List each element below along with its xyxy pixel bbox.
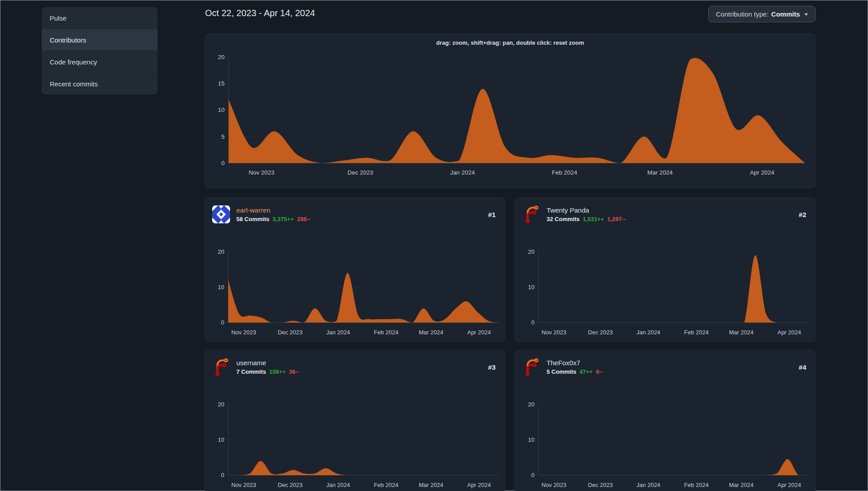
svg-text:Apr 2024: Apr 2024: [750, 169, 774, 176]
svg-text:Jan 2024: Jan 2024: [450, 169, 475, 176]
contributor-activity-chart[interactable]: 01020Nov 2023Dec 2023Jan 2024Feb 2024Mar…: [205, 384, 505, 491]
svg-text:0: 0: [221, 472, 224, 478]
contributor-card-header: username 7 Commits 108++ 36-- #3: [205, 350, 505, 384]
chevron-down-icon: [804, 13, 808, 16]
svg-text:Nov 2023: Nov 2023: [231, 329, 256, 336]
commit-count: 5 Commits: [547, 368, 576, 375]
commit-count: 7 Commits: [236, 368, 266, 375]
svg-text:20: 20: [528, 248, 534, 255]
svg-text:0: 0: [221, 160, 224, 167]
svg-text:Apr 2024: Apr 2024: [467, 329, 491, 336]
contributor-stats: 32 Commits 1,531++ 1,297--: [547, 216, 626, 222]
svg-text:10: 10: [218, 107, 225, 113]
svg-text:0: 0: [531, 319, 534, 326]
svg-text:20: 20: [218, 401, 224, 408]
svg-text:Nov 2023: Nov 2023: [542, 482, 566, 488]
deletions-count: 36--: [289, 368, 299, 375]
svg-text:10: 10: [528, 284, 534, 290]
svg-text:Mar 2024: Mar 2024: [419, 329, 444, 336]
contributor-card: TheFox0x7 5 Commits 47++ 6-- #4 01020Nov…: [515, 350, 816, 491]
svg-text:10: 10: [218, 284, 224, 290]
sidebar-item-recent-commits[interactable]: Recent commits: [42, 73, 158, 94]
contribution-type-value: Commits: [771, 10, 800, 18]
date-range-title: Oct 22, 2023 - Apr 14, 2024: [205, 8, 315, 18]
svg-text:Dec 2023: Dec 2023: [588, 329, 612, 336]
contributor-card-header: TheFox0x7 5 Commits 47++ 6-- #4: [515, 350, 815, 384]
svg-text:20: 20: [218, 54, 225, 60]
contributor-name[interactable]: Twenty Panda: [547, 206, 626, 214]
contributor-info: Twenty Panda 32 Commits 1,531++ 1,297--: [547, 206, 626, 222]
contributor-activity-chart[interactable]: 01020Nov 2023Dec 2023Jan 2024Feb 2024Mar…: [205, 231, 505, 342]
additions-count: 3,375++: [273, 216, 294, 222]
contributor-card: Twenty Panda 32 Commits 1,531++ 1,297-- …: [515, 197, 816, 342]
sidebar-item-contributors[interactable]: Contributors: [42, 29, 158, 51]
svg-text:Feb 2024: Feb 2024: [684, 329, 709, 336]
svg-text:10: 10: [528, 436, 534, 443]
contribution-type-dropdown[interactable]: Contribution type: Commits: [708, 6, 816, 22]
svg-text:Apr 2024: Apr 2024: [467, 482, 491, 488]
commit-count: 32 Commits: [547, 216, 580, 222]
forgejo-logo-avatar[interactable]: [522, 205, 540, 223]
svg-text:Dec 2023: Dec 2023: [278, 329, 302, 336]
contributor-stats: 5 Commits 47++ 6--: [547, 368, 603, 375]
total-activity-card: 05101520Nov 2023Dec 2023Jan 2024Feb 2024…: [205, 34, 816, 188]
deletions-count: 286--: [297, 216, 310, 222]
svg-text:Mar 2024: Mar 2024: [647, 169, 673, 176]
svg-text:Jan 2024: Jan 2024: [637, 329, 660, 336]
contributor-card-header: Twenty Panda 32 Commits 1,531++ 1,297-- …: [515, 198, 815, 231]
contributor-stats: 58 Commits 3,375++ 286--: [236, 216, 311, 222]
contributor-name-link[interactable]: earl-warren: [236, 206, 311, 214]
contributor-activity-chart[interactable]: 01020Nov 2023Dec 2023Jan 2024Feb 2024Mar…: [515, 231, 815, 342]
svg-text:Nov 2023: Nov 2023: [542, 329, 566, 336]
svg-text:Mar 2024: Mar 2024: [419, 482, 444, 488]
svg-text:Jan 2024: Jan 2024: [326, 329, 350, 336]
svg-text:Dec 2023: Dec 2023: [347, 169, 373, 176]
additions-count: 47++: [579, 368, 593, 375]
svg-text:Nov 2023: Nov 2023: [249, 169, 274, 176]
repo-activity-sidebar: Pulse Contributors Code frequency Recent…: [42, 7, 158, 94]
contributor-info: username 7 Commits 108++ 36--: [236, 359, 299, 375]
svg-text:Feb 2024: Feb 2024: [684, 482, 709, 488]
svg-text:Mar 2024: Mar 2024: [729, 329, 754, 336]
contributor-rank-badge: #4: [799, 363, 806, 371]
svg-text:0: 0: [531, 472, 534, 478]
contributor-card-header: earl-warren 58 Commits 3,375++ 286-- #1: [205, 198, 505, 231]
svg-text:Dec 2023: Dec 2023: [278, 482, 302, 488]
forgejo-logo-avatar[interactable]: [522, 358, 540, 376]
total-activity-chart[interactable]: 05101520Nov 2023Dec 2023Jan 2024Feb 2024…: [205, 34, 815, 188]
additions-count: 108++: [269, 368, 286, 375]
contributor-name[interactable]: TheFox0x7: [547, 359, 603, 367]
contribution-type-label: Contribution type:: [716, 10, 769, 18]
contributor-info: TheFox0x7 5 Commits 47++ 6--: [547, 359, 603, 375]
contributor-rank-badge: #1: [488, 211, 496, 218]
contributor-stats: 7 Commits 108++ 36--: [236, 368, 299, 375]
sidebar-item-pulse[interactable]: Pulse: [42, 7, 158, 29]
chart-zoom-hint: drag: zoom, shift+drag: pan, double clic…: [205, 39, 815, 46]
svg-text:10: 10: [218, 436, 224, 443]
forgejo-logo-avatar[interactable]: [212, 358, 230, 376]
identicon-avatar[interactable]: [212, 205, 230, 223]
svg-text:0: 0: [221, 319, 224, 326]
contributor-card: username 7 Commits 108++ 36-- #3 01020No…: [205, 350, 505, 491]
contributor-activity-chart[interactable]: 01020Nov 2023Dec 2023Jan 2024Feb 2024Mar…: [515, 384, 815, 491]
svg-text:Mar 2024: Mar 2024: [729, 482, 754, 488]
svg-text:Dec 2023: Dec 2023: [588, 482, 612, 488]
commit-count: 58 Commits: [236, 216, 269, 222]
svg-text:Feb 2024: Feb 2024: [552, 169, 577, 176]
contributor-name[interactable]: username: [236, 359, 299, 367]
deletions-count: 6--: [596, 368, 603, 375]
svg-text:5: 5: [221, 133, 224, 140]
svg-text:Feb 2024: Feb 2024: [374, 329, 398, 336]
contributors-page: Pulse Contributors Code frequency Recent…: [0, 0, 868, 491]
svg-text:Feb 2024: Feb 2024: [374, 482, 398, 488]
svg-text:20: 20: [528, 401, 534, 408]
contributor-card: earl-warren 58 Commits 3,375++ 286-- #1 …: [205, 197, 505, 342]
sidebar-item-code-frequency[interactable]: Code frequency: [42, 51, 158, 73]
svg-text:Apr 2024: Apr 2024: [778, 482, 801, 488]
contributor-cards-grid: earl-warren 58 Commits 3,375++ 286-- #1 …: [205, 197, 816, 491]
svg-text:20: 20: [218, 248, 224, 255]
svg-text:Nov 2023: Nov 2023: [231, 482, 256, 488]
svg-text:Apr 2024: Apr 2024: [778, 329, 801, 336]
svg-text:Jan 2024: Jan 2024: [326, 482, 350, 488]
contributor-rank-badge: #3: [488, 363, 496, 371]
